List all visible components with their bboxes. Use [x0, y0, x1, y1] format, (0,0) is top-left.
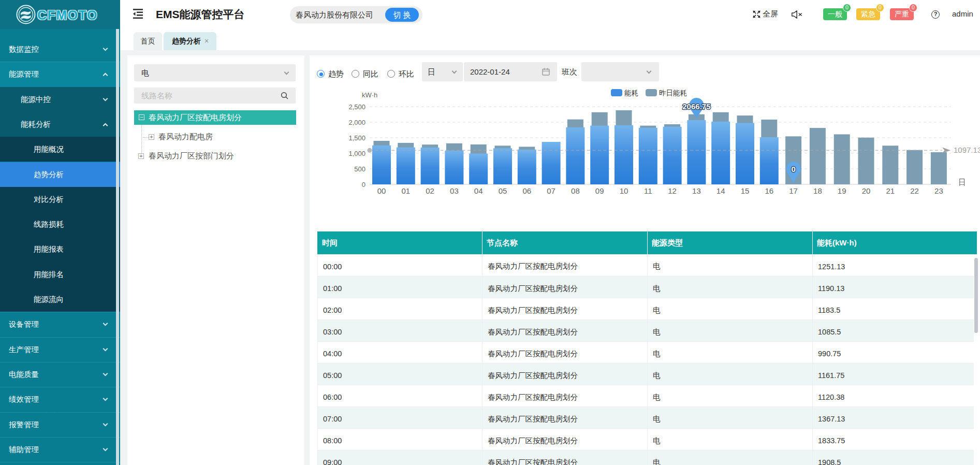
- svg-text:1,000: 1,000: [348, 150, 365, 157]
- svg-text:17: 17: [789, 186, 798, 195]
- svg-text:2066.75: 2066.75: [682, 102, 710, 111]
- svg-text:0: 0: [362, 181, 365, 188]
- svg-text:19: 19: [838, 186, 846, 195]
- svg-text:1097.13: 1097.13: [954, 146, 980, 154]
- svg-text:kW·h: kW·h: [362, 91, 377, 99]
- svg-text:03: 03: [450, 186, 459, 195]
- svg-text:11: 11: [644, 186, 652, 195]
- svg-text:05: 05: [499, 186, 507, 195]
- svg-text:00: 00: [377, 186, 386, 195]
- svg-text:0: 0: [791, 165, 795, 173]
- svg-text:06: 06: [522, 186, 531, 195]
- svg-text:13: 13: [692, 186, 701, 195]
- svg-text:04: 04: [474, 186, 483, 195]
- svg-text:08: 08: [571, 186, 580, 195]
- svg-text:12: 12: [668, 186, 677, 195]
- svg-text:日: 日: [958, 178, 966, 186]
- svg-text:2,500: 2,500: [348, 103, 365, 111]
- svg-text:20: 20: [862, 186, 871, 195]
- svg-text:15: 15: [741, 186, 750, 195]
- svg-text:能耗: 能耗: [624, 89, 638, 97]
- svg-text:2,000: 2,000: [348, 119, 365, 126]
- svg-text:22: 22: [910, 186, 919, 195]
- svg-text:21: 21: [886, 186, 895, 195]
- svg-text:18: 18: [813, 186, 822, 195]
- svg-text:09: 09: [595, 186, 604, 195]
- svg-text:07: 07: [547, 186, 555, 195]
- svg-text:1,500: 1,500: [348, 134, 365, 142]
- svg-text:16: 16: [765, 186, 773, 195]
- svg-text:昨日能耗: 昨日能耗: [659, 89, 687, 97]
- svg-text:23: 23: [934, 186, 943, 195]
- svg-text:500: 500: [354, 165, 365, 173]
- svg-text:10: 10: [620, 186, 628, 195]
- svg-text:02: 02: [426, 186, 434, 195]
- svg-text:14: 14: [716, 186, 725, 195]
- svg-text:01: 01: [401, 186, 410, 195]
